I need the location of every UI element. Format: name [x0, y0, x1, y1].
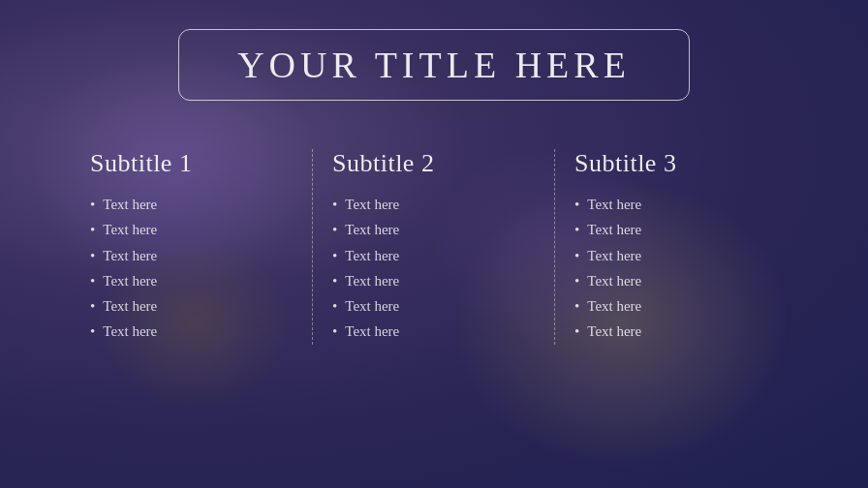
slide-title: YOUR TITLE HERE [237, 45, 631, 85]
subtitle-3: Subtitle 3 [574, 149, 778, 178]
list-item: Text here [332, 319, 536, 344]
slide-content: YOUR TITLE HERE Subtitle 1 Text here Tex… [0, 0, 868, 488]
list-item: Text here [90, 192, 294, 217]
list-item: Text here [332, 192, 536, 217]
list-3: Text here Text here Text here Text here … [574, 192, 778, 345]
list-item: Text here [90, 243, 294, 268]
slide-background: YOUR TITLE HERE Subtitle 1 Text here Tex… [0, 0, 868, 488]
list-item: Text here [574, 192, 778, 217]
list-2: Text here Text here Text here Text here … [332, 192, 536, 345]
subtitle-1: Subtitle 1 [90, 149, 294, 178]
title-box: YOUR TITLE HERE [178, 29, 690, 101]
list-item: Text here [574, 319, 778, 344]
list-item: Text here [574, 217, 778, 242]
columns-container: Subtitle 1 Text here Text here Text here… [71, 149, 797, 345]
list-1: Text here Text here Text here Text here … [90, 192, 294, 345]
list-item: Text here [574, 243, 778, 268]
column-3: Subtitle 3 Text here Text here Text here… [555, 149, 797, 345]
list-item: Text here [332, 243, 536, 268]
list-item: Text here [332, 217, 536, 242]
list-item: Text here [574, 268, 778, 293]
list-item: Text here [90, 293, 294, 319]
column-2: Subtitle 2 Text here Text here Text here… [313, 149, 555, 345]
list-item: Text here [90, 268, 294, 293]
subtitle-2: Subtitle 2 [332, 149, 536, 178]
list-item: Text here [90, 319, 294, 344]
column-1: Subtitle 1 Text here Text here Text here… [71, 149, 313, 345]
list-item: Text here [574, 293, 778, 319]
list-item: Text here [90, 217, 294, 242]
list-item: Text here [332, 293, 536, 319]
list-item: Text here [332, 268, 536, 293]
